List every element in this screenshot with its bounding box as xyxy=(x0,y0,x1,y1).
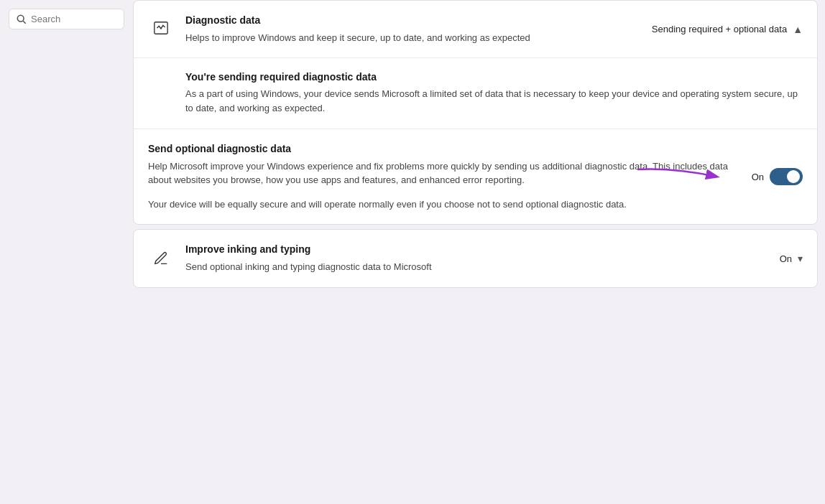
sidebar xyxy=(0,0,133,504)
required-data-row: You're sending required diagnostic data … xyxy=(134,58,817,129)
diagnostic-desc: Helps to improve Windows and keep it sec… xyxy=(185,31,637,45)
inking-body: Improve inking and typing Send optional … xyxy=(185,243,765,274)
optional-data-row: Send optional diagnostic data Help Micro… xyxy=(134,129,817,224)
search-input[interactable] xyxy=(31,14,116,24)
diagnostic-body: Diagnostic data Helps to improve Windows… xyxy=(185,14,637,45)
inking-chevron[interactable]: ▾ xyxy=(798,253,803,264)
optional-data-body: Send optional diagnostic data Help Micro… xyxy=(148,142,737,211)
toggle-slider xyxy=(770,168,803,185)
inking-title: Improve inking and typing xyxy=(185,243,765,257)
optional-data-desc2: Your device will be equally secure and w… xyxy=(148,197,737,212)
svg-line-1 xyxy=(23,21,26,24)
optional-data-title: Send optional diagnostic data xyxy=(148,142,737,157)
inking-control: On ▾ xyxy=(780,253,803,264)
optional-toggle[interactable] xyxy=(770,168,803,185)
diagnostic-control: Sending required + optional data ▲ xyxy=(652,24,803,35)
search-box[interactable] xyxy=(9,9,124,29)
required-data-title: You're sending required diagnostic data xyxy=(185,71,803,83)
optional-control: On xyxy=(752,168,803,185)
inking-status: On xyxy=(780,253,792,264)
inking-desc: Send optional inking and typing diagnost… xyxy=(185,260,765,274)
optional-data-desc1: Help Microsoft improve your Windows expe… xyxy=(148,159,737,187)
inking-icon xyxy=(148,246,174,271)
main-content: Diagnostic data Helps to improve Windows… xyxy=(133,0,825,504)
diagnostic-chevron[interactable]: ▲ xyxy=(793,24,803,35)
diagnostic-icon xyxy=(148,15,174,41)
required-data-desc: As a part of using Windows, your device … xyxy=(185,87,803,116)
search-icon xyxy=(17,14,27,24)
diagnostic-status: Sending required + optional data xyxy=(652,24,787,34)
diagnostic-data-card: Diagnostic data Helps to improve Windows… xyxy=(133,0,818,225)
svg-point-0 xyxy=(17,15,24,22)
inking-card: Improve inking and typing Send optional … xyxy=(133,229,818,287)
inking-row: Improve inking and typing Send optional … xyxy=(134,230,817,286)
optional-toggle-label: On xyxy=(752,172,764,182)
diagnostic-data-row: Diagnostic data Helps to improve Windows… xyxy=(134,1,817,58)
diagnostic-title: Diagnostic data xyxy=(185,14,637,28)
